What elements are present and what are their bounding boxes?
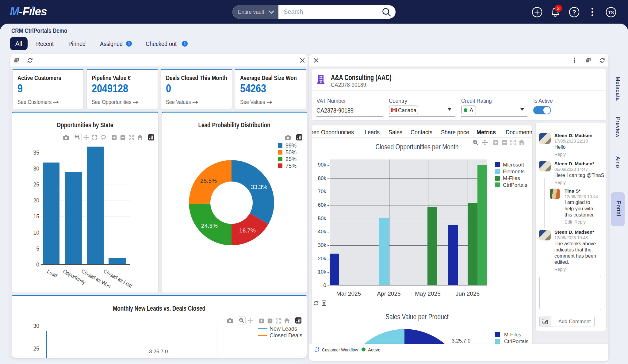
svg-text:24.5%: 24.5%: [201, 223, 218, 229]
svg-text:25.5%: 25.5%: [200, 178, 217, 184]
svg-text:?: ?: [572, 9, 576, 16]
svg-text:TS: TS: [608, 10, 614, 15]
svg-text:16.7%: 16.7%: [239, 227, 256, 234]
svg-text:33.3%: 33.3%: [251, 184, 267, 190]
